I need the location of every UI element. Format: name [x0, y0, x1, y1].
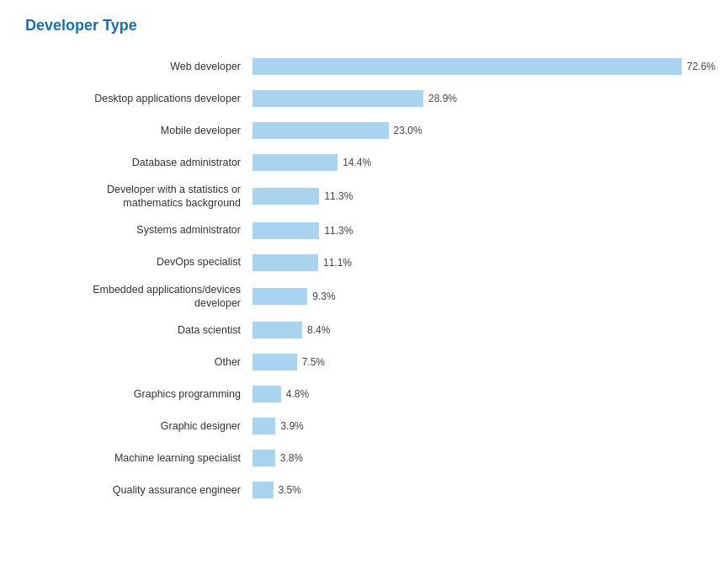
bar	[252, 254, 318, 271]
chart-row: Other7.5%	[25, 350, 703, 374]
bar-area: 8.4%	[252, 322, 703, 338]
bar-area: 11.3%	[252, 222, 703, 239]
bar	[252, 122, 389, 139]
bar-value: 11.3%	[324, 225, 353, 237]
bar-label: Other	[25, 355, 252, 369]
chart-row: Embedded applications/devicesdeveloper9.…	[25, 283, 703, 311]
bar-label: Systems administrator	[25, 223, 252, 237]
bar-area: 14.4%	[252, 154, 703, 171]
chart-row: Developer with a statistics ormathematic…	[25, 183, 703, 211]
chart-row: Database administrator14.4%	[25, 151, 703, 174]
bar-area: 23.0%	[252, 122, 703, 139]
bar-area: 3.9%	[252, 418, 703, 434]
bar-value: 11.3%	[324, 190, 353, 202]
chart-row: Graphic designer3.9%	[25, 414, 703, 438]
chart-row: Systems administrator11.3%	[25, 219, 703, 243]
chart-row: Desktop applications developer28.9%	[25, 87, 703, 110]
bar-label: Graphic designer	[25, 419, 252, 433]
bar-value: 3.8%	[280, 452, 303, 464]
bar	[252, 58, 682, 75]
bar-label: Embedded applications/devicesdeveloper	[25, 283, 252, 311]
bar-value: 4.8%	[286, 388, 309, 400]
bar	[252, 90, 423, 107]
bar-value: 7.5%	[302, 356, 325, 368]
bar-label: Machine learning specialist	[25, 451, 252, 465]
bar-area: 11.1%	[252, 254, 703, 271]
chart-row: Machine learning specialist3.8%	[25, 446, 703, 470]
bar-value: 8.4%	[307, 324, 330, 336]
chart-title: Developer Type	[25, 17, 703, 35]
bar-value: 9.3%	[312, 290, 335, 302]
bar-value: 28.9%	[428, 93, 457, 104]
bar-value: 72.6%	[687, 61, 715, 72]
chart-row: DevOps specialist11.1%	[25, 251, 703, 275]
bar	[252, 354, 297, 370]
bar-label: Web developer	[25, 60, 252, 73]
chart-row: Web developer72.6%	[25, 55, 703, 78]
bar-chart: Web developer72.6%Desktop applications d…	[25, 55, 703, 502]
bar-label: Mobile developer	[25, 124, 252, 137]
bar-area: 3.8%	[252, 450, 703, 466]
chart-row: Data scientist8.4%	[25, 318, 703, 342]
bar-area: 72.6%	[252, 58, 715, 75]
bar-value: 14.4%	[343, 157, 371, 168]
bar	[252, 188, 319, 205]
chart-row: Quality assurance engineer3.5%	[25, 478, 703, 502]
bar	[252, 482, 274, 498]
bar-label: Desktop applications developer	[25, 92, 252, 105]
bar-area: 7.5%	[252, 354, 703, 370]
bar-label: DevOps specialist	[25, 255, 252, 269]
bar-area: 11.3%	[252, 188, 703, 205]
bar	[252, 322, 302, 338]
bar-area: 4.8%	[252, 386, 703, 402]
bar	[252, 222, 319, 239]
bar-value: 11.1%	[323, 257, 352, 269]
bar-area: 28.9%	[252, 90, 703, 107]
bar	[252, 154, 337, 171]
bar-label: Data scientist	[25, 323, 252, 337]
bar-value: 23.0%	[394, 125, 422, 136]
bar	[252, 386, 281, 402]
bar-label: Graphics programming	[25, 387, 252, 401]
chart-row: Graphics programming4.8%	[25, 382, 703, 406]
bar-value: 3.9%	[280, 420, 303, 432]
bar	[252, 418, 275, 434]
bar-label: Database administrator	[25, 156, 252, 169]
bar-area: 3.5%	[252, 482, 703, 498]
bar-value: 3.5%	[279, 484, 301, 496]
chart-row: Mobile developer23.0%	[25, 119, 703, 142]
bar	[252, 288, 307, 305]
bar-label: Developer with a statistics ormathematic…	[25, 183, 252, 211]
bar	[252, 450, 275, 466]
bar-label: Quality assurance engineer	[25, 483, 252, 497]
bar-area: 9.3%	[252, 288, 703, 305]
